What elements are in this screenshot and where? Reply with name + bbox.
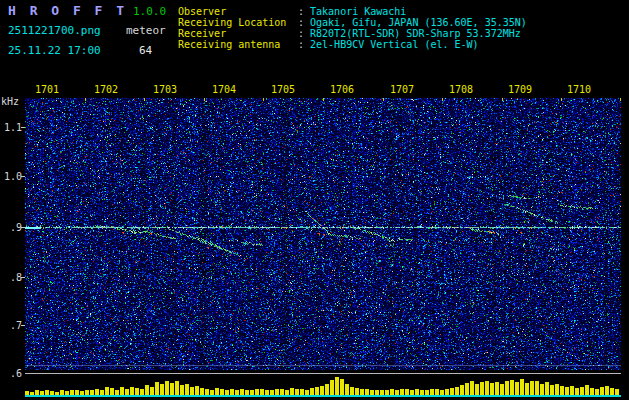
observer-row: Observer:Takanori Kawachi (178, 6, 406, 17)
time-tick-1710: 1710 (567, 84, 591, 95)
freq-tick-1_0: 1.0 (0, 171, 22, 182)
freq-tick-0_7: .7 (0, 320, 22, 331)
time-tick-1704: 1704 (212, 84, 236, 95)
observer-value: Takanori Kawachi (304, 6, 406, 17)
hrofft-spectrogram-screen: H R O F F T 1.0.0 2511221700.png meteor … (0, 0, 629, 400)
observation-datetime: 25.11.22 17:00 (8, 44, 101, 57)
freq-tick-0_8: .8 (0, 272, 22, 283)
receiving-location-row: Receiving Location:Ogaki, Gifu, JAPAN (1… (178, 17, 527, 28)
receiving-location-label: Receiving Location (178, 17, 298, 28)
receiver-value: R820T2(RTL-SDR) SDR-Sharp 53.372MHz (304, 28, 521, 39)
output-filename: 2511221700.png (8, 24, 101, 37)
time-tick-1708: 1708 (449, 84, 473, 95)
time-tick-1709: 1709 (508, 84, 532, 95)
level-strip-border (25, 373, 621, 374)
freq-tick-0_6: .6 (0, 368, 22, 379)
spectrogram-canvas (25, 98, 621, 370)
freq-unit-label: kHz (1, 96, 19, 107)
receiving-location-value: Ogaki, Gifu, JAPAN (136.60E, 35.35N) (304, 17, 527, 28)
observer-label: Observer (178, 6, 298, 17)
receiver-row: Receiver:R820T2(RTL-SDR) SDR-Sharp 53.37… (178, 28, 521, 39)
receiving-antenna-label: Receiving antenna (178, 39, 298, 50)
time-tick-1706: 1706 (330, 84, 354, 95)
baseline-line (25, 395, 621, 397)
receiving-antenna-row: Receiving antenna:2el-HB9CV Vertical (el… (178, 39, 479, 50)
freq-tick-0_9: .9 (0, 222, 22, 233)
mode-label: meteor (126, 24, 166, 37)
time-tick-1701: 1701 (35, 84, 59, 95)
time-tick-1703: 1703 (153, 84, 177, 95)
freq-tick-1_1: 1.1 (0, 122, 22, 133)
receiving-antenna-value: 2el-HB9CV Vertical (el. E-W) (304, 39, 479, 50)
time-tick-1707: 1707 (390, 84, 414, 95)
time-tick-1705: 1705 (271, 84, 295, 95)
signal-level-canvas (25, 376, 621, 395)
receiver-label: Receiver (178, 28, 298, 39)
app-version: 1.0.0 (133, 5, 166, 18)
time-tick-1702: 1702 (94, 84, 118, 95)
app-title: H R O F F T (8, 3, 127, 18)
echo-count: 64 (139, 44, 152, 57)
